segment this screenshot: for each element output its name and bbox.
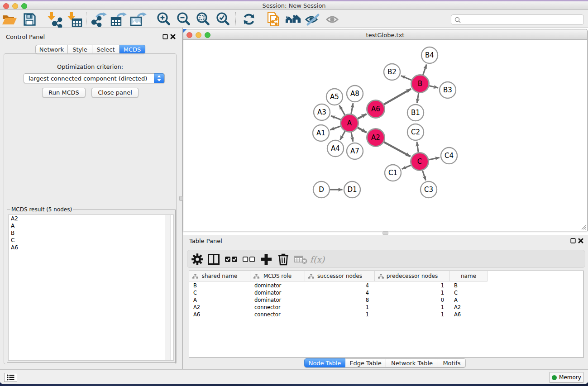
- tab-network[interactable]: Network: [35, 45, 68, 54]
- edge-A2-C[interactable]: [384, 142, 411, 157]
- table-row[interactable]: Cdominator41C: [189, 289, 583, 296]
- network-window-titlebar[interactable]: testGlobe.txt: [183, 29, 587, 40]
- edge-B-B3[interactable]: [429, 86, 438, 88]
- edge-A-A7[interactable]: [351, 132, 353, 142]
- edge-A-A2[interactable]: [358, 128, 367, 133]
- show-selected-icon[interactable]: [325, 12, 342, 27]
- deselect-all-icon[interactable]: [241, 252, 257, 267]
- close-panel-button[interactable]: Close panel: [91, 88, 139, 97]
- column-header-predecessor-nodes[interactable]: predecessor nodes: [375, 271, 450, 281]
- close-panel-icon[interactable]: [578, 238, 583, 243]
- table-cell: 1: [375, 290, 444, 296]
- node-label-A6: A6: [371, 105, 380, 113]
- tab-style[interactable]: Style: [68, 45, 92, 54]
- edge-A-A5[interactable]: [339, 105, 345, 115]
- edge-A-A4[interactable]: [340, 131, 345, 140]
- import-table-icon[interactable]: [66, 12, 83, 27]
- network-canvas[interactable]: AA6A2BCA1A3A4A5A7A8B1B2B3B4C1C2C3C4DD1: [183, 40, 587, 231]
- hide-selected-icon[interactable]: [304, 12, 321, 27]
- table-toolbar: f(x): [187, 250, 585, 268]
- table-options-icon[interactable]: [190, 252, 205, 267]
- resize-grip-icon[interactable]: [581, 224, 586, 230]
- select-all-icon[interactable]: [224, 252, 239, 267]
- vertical-divider-grabber[interactable]: [179, 196, 183, 201]
- dropdown-stepper-icon: [154, 73, 164, 83]
- edge-B-B1[interactable]: [417, 93, 419, 103]
- toolbar-separator: [235, 12, 236, 26]
- delete-column-icon[interactable]: [276, 252, 291, 267]
- column-header-shared-name[interactable]: shared name: [189, 271, 250, 281]
- add-column-icon[interactable]: [258, 252, 274, 267]
- mcds-result-item[interactable]: A: [9, 222, 173, 229]
- edge-C-C3[interactable]: [422, 171, 425, 181]
- edge-C-C2[interactable]: [417, 142, 418, 152]
- column-header-MCDS-role[interactable]: MCDS role: [250, 271, 305, 281]
- toolbar-separator: [41, 12, 41, 26]
- horizontal-divider-grabber[interactable]: [382, 231, 388, 235]
- edge-C-C4[interactable]: [429, 157, 440, 160]
- task-history-button[interactable]: [4, 373, 17, 382]
- open-file-icon[interactable]: [1, 12, 18, 27]
- export-network-icon[interactable]: [91, 12, 108, 27]
- mcds-result-item[interactable]: C: [9, 237, 173, 244]
- node-label-A2: A2: [371, 133, 380, 142]
- table-cell: 1: [375, 304, 444, 310]
- tab-mcds[interactable]: MCDS: [120, 45, 145, 54]
- criterion-dropdown[interactable]: largest connected component (directed): [24, 73, 165, 83]
- apply-layout-icon[interactable]: [240, 12, 258, 27]
- edge-A-A6[interactable]: [358, 114, 367, 119]
- function-builder-icon: f(x): [310, 252, 325, 267]
- edge-A-A8[interactable]: [351, 103, 353, 114]
- edge-B-B4[interactable]: [423, 64, 426, 75]
- mcds-result-box: MCDS result (5 nodes) A2ABCA6: [7, 210, 176, 363]
- active-frame-marker: [183, 29, 187, 33]
- column-header-name[interactable]: name: [450, 271, 488, 281]
- tab-edge-table[interactable]: Edge Table: [345, 358, 386, 367]
- memory-status-icon: [552, 375, 557, 380]
- mcds-result-item[interactable]: A6: [9, 244, 173, 251]
- table-row[interactable]: A6connector11A6: [189, 311, 583, 318]
- close-panel-icon[interactable]: [170, 34, 176, 39]
- clone-network-icon[interactable]: [265, 12, 282, 27]
- edge-A6-B[interactable]: [384, 89, 411, 104]
- export-image-icon[interactable]: [129, 12, 147, 27]
- export-table-icon[interactable]: [110, 12, 127, 27]
- edge-B-B2[interactable]: [401, 76, 411, 80]
- zoom-fit-icon[interactable]: [195, 12, 212, 27]
- column-header-successor-nodes[interactable]: successor nodes: [305, 271, 375, 281]
- table-cell: A6: [454, 311, 488, 318]
- show-column-icon[interactable]: [206, 252, 221, 267]
- mcds-result-item[interactable]: B: [9, 229, 173, 237]
- import-network-icon[interactable]: [46, 12, 63, 27]
- table-row[interactable]: Adominator80A: [189, 296, 583, 304]
- node-label-C: C: [417, 157, 422, 166]
- main-titlebar: Session: New Session: [0, 1, 588, 10]
- zoom-out-icon[interactable]: [175, 12, 192, 27]
- tab-select[interactable]: Select: [92, 45, 120, 54]
- zoom-in-icon[interactable]: [155, 12, 172, 27]
- node-label-A1: A1: [316, 129, 325, 137]
- mcds-result-item[interactable]: A2: [9, 215, 173, 222]
- edge-A-A1[interactable]: [330, 126, 340, 130]
- save-session-icon[interactable]: [21, 12, 38, 27]
- node-table: shared nameMCDS rolesuccessor nodesprede…: [189, 271, 584, 357]
- edge-A-A3[interactable]: [331, 116, 341, 120]
- tab-network-table[interactable]: Network Table: [386, 358, 438, 367]
- node-label-C3: C3: [424, 186, 433, 194]
- mcds-result-list[interactable]: A2ABCA6: [8, 214, 174, 361]
- edge-C-C1[interactable]: [402, 165, 411, 169]
- float-panel-icon[interactable]: [570, 238, 576, 243]
- table-row[interactable]: A2connector11A2: [189, 304, 583, 311]
- search-input[interactable]: [463, 16, 581, 24]
- run-mcds-button[interactable]: Run MCDS: [42, 88, 86, 97]
- tab-node-table[interactable]: Node Table: [304, 358, 345, 367]
- memory-button[interactable]: Memory: [550, 372, 583, 383]
- zoom-selected-icon[interactable]: [215, 12, 232, 27]
- table-row[interactable]: Bdominator41B: [189, 282, 583, 289]
- tab-motifs[interactable]: Motifs: [438, 358, 466, 367]
- scrollbar-track[interactable]: [165, 215, 171, 360]
- column-label: name: [450, 273, 487, 279]
- search-box[interactable]: [451, 14, 584, 25]
- float-panel-icon[interactable]: [163, 34, 168, 39]
- show-all-icon[interactable]: [285, 12, 302, 27]
